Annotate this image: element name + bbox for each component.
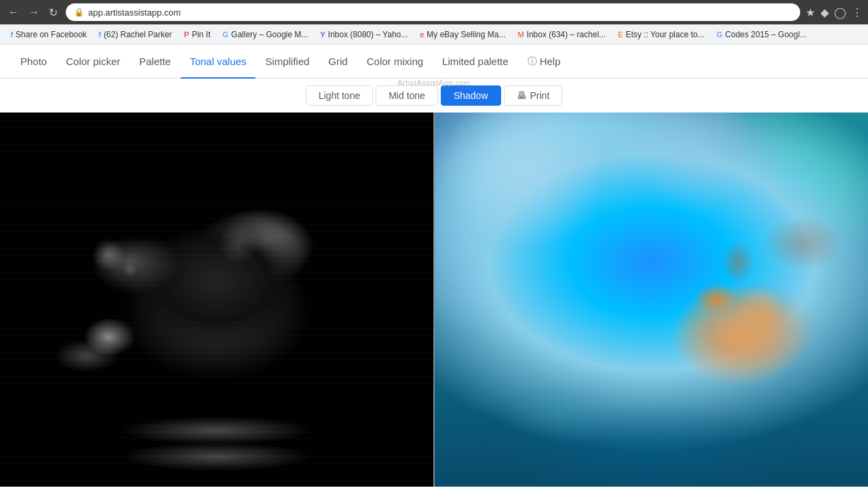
tab-help[interactable]: ⓘ Help <box>518 45 570 79</box>
gmail-icon: M <box>517 30 524 39</box>
address-bar[interactable]: 🔒 app.artistassistapp.com <box>66 3 800 21</box>
back-button[interactable]: ← <box>5 5 22 20</box>
facebook-icon: f <box>11 30 13 39</box>
bookmark-inbox-rachel[interactable]: M Inbox (634) – rachel... <box>512 28 611 41</box>
browser-actions: ★ ◆ ◯ ⋮ <box>806 6 863 19</box>
bookmark-label: Gallery – Google M... <box>231 30 308 39</box>
bookmark-label: Codes 2015 – Googl... <box>725 30 806 39</box>
tab-photo-label: Photo <box>20 56 47 67</box>
app-navbar: Photo Color picker Palette Tonal values … <box>0 45 868 79</box>
tab-simplified[interactable]: Simplified <box>256 45 319 79</box>
bookmark-codes[interactable]: G Codes 2015 – Googl... <box>711 28 812 41</box>
tab-color-picker-label: Color picker <box>66 56 120 67</box>
ebay-icon: e <box>420 30 424 39</box>
bookmark-label: My eBay Selling Ma... <box>427 30 505 39</box>
image-area <box>0 113 868 487</box>
bookmark-yahoo[interactable]: Y Inbox (8080) – Yaho... <box>315 28 413 41</box>
light-tone-label: Light tone <box>319 90 361 101</box>
bookmarks-bar: f Share on Facebook f (62) Rachel Parker… <box>0 24 868 45</box>
lock-icon: 🔒 <box>74 7 84 17</box>
forward-button[interactable]: → <box>26 5 42 20</box>
color-image-panel <box>435 113 868 487</box>
print-button[interactable]: 🖶 Print <box>504 85 563 106</box>
bookmark-share-fb[interactable]: f Share on Facebook <box>5 28 92 41</box>
google-icon: G <box>222 30 229 39</box>
bookmark-star-icon[interactable]: ★ <box>806 6 815 19</box>
tab-limited-palette[interactable]: Limited palette <box>433 45 518 79</box>
tab-limited-palette-label: Limited palette <box>442 56 509 67</box>
profile-icon[interactable]: ◯ <box>834 6 846 19</box>
url-text: app.artistassistapp.com <box>88 7 792 18</box>
tab-grid-label: Grid <box>328 56 347 67</box>
yahoo-icon: Y <box>320 30 325 39</box>
shadow-label: Shadow <box>454 90 488 101</box>
mid-tone-label: Mid tone <box>389 90 425 101</box>
tab-tonal-values-label: Tonal values <box>190 56 246 67</box>
etsy-icon: E <box>618 30 623 39</box>
bw-image-panel <box>0 113 433 487</box>
tab-palette-label: Palette <box>139 56 171 67</box>
bookmark-label: Inbox (8080) – Yaho... <box>328 30 408 39</box>
browser-chrome: ← → ↻ 🔒 app.artistassistapp.com ★ ◆ ◯ ⋮ <box>0 0 868 24</box>
bookmark-label: Pin It <box>192 30 210 39</box>
tab-color-picker[interactable]: Color picker <box>56 45 130 79</box>
bookmark-pin-it[interactable]: P Pin It <box>179 28 216 41</box>
tab-palette[interactable]: Palette <box>130 45 180 79</box>
tab-color-mixing-label: Color mixing <box>367 56 423 67</box>
tab-color-mixing[interactable]: Color mixing <box>357 45 433 79</box>
tab-help-label: Help <box>540 56 561 67</box>
color-overlay <box>435 113 868 487</box>
print-label: Print <box>530 90 550 101</box>
tab-simplified-label: Simplified <box>265 56 309 67</box>
bookmark-etsy[interactable]: E Etsy :: Your place to... <box>612 28 709 41</box>
extensions-icon[interactable]: ◆ <box>821 6 829 19</box>
bookmark-gallery[interactable]: G Gallery – Google M... <box>217 28 313 41</box>
google-icon-2: G <box>717 30 723 39</box>
pinterest-icon: P <box>184 30 189 39</box>
bookmark-rachel-parker[interactable]: f (62) Rachel Parker <box>94 28 178 41</box>
bw-overlay <box>0 113 433 487</box>
menu-icon[interactable]: ⋮ <box>852 6 863 19</box>
bookmark-label: Inbox (634) – rachel... <box>527 30 606 39</box>
printer-icon: 🖶 <box>517 90 526 101</box>
shadow-button[interactable]: Shadow <box>441 85 501 106</box>
light-tone-button[interactable]: Light tone <box>306 85 374 106</box>
bookmark-label: Share on Facebook <box>16 30 87 39</box>
tonal-controls: ArtistAssistApp.com Light tone Mid tone … <box>0 79 868 113</box>
help-circle-icon: ⓘ <box>528 56 537 68</box>
tab-grid[interactable]: Grid <box>319 45 357 79</box>
tab-tonal-values[interactable]: Tonal values <box>180 45 256 79</box>
facebook-icon-2: f <box>99 30 101 39</box>
bookmark-label: Etsy :: Your place to... <box>626 30 705 39</box>
tab-photo[interactable]: Photo <box>11 45 56 79</box>
browser-controls: ← → ↻ <box>5 5 60 20</box>
watermark: ArtistAssistApp.com <box>397 79 470 87</box>
refresh-button[interactable]: ↻ <box>46 5 60 20</box>
bookmark-label: (62) Rachel Parker <box>104 30 172 39</box>
mid-tone-button[interactable]: Mid tone <box>376 85 438 106</box>
bookmark-ebay[interactable]: e My eBay Selling Ma... <box>414 28 511 41</box>
